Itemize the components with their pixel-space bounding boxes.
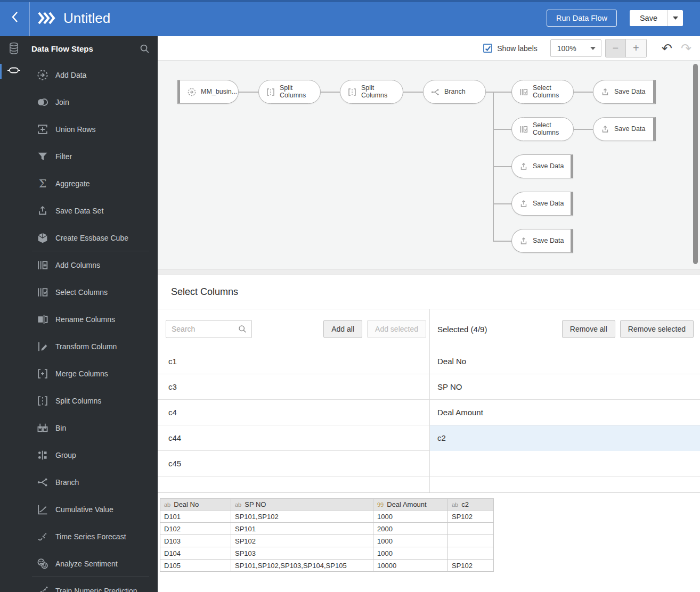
flow-node-label: Branch [444,88,466,96]
save-menu-button[interactable] [668,10,683,26]
sidebar-item-bin[interactable]: Bin [28,414,158,441]
available-column-item[interactable]: c4 [158,400,429,425]
flow-node-select-columns[interactable]: Select Columns [511,117,574,141]
flow-node-label: Select Columns [533,122,563,136]
add-selected-button[interactable]: Add selected [367,320,426,338]
select-columns-icon [36,285,50,299]
sidebar-item-label: Add Columns [55,261,100,269]
sidebar-item-label: Union Rows [55,125,95,134]
flow-node-branch[interactable]: Branch [423,80,486,104]
flow-canvas[interactable]: MM_busin...Split ColumnsSplit ColumnsBra… [158,61,700,269]
sidebar-item-transform-column[interactable]: Transform Column [28,333,158,360]
flow-node-save-data[interactable]: Save Data [593,117,656,141]
preview-table-cell: SP101,SP102,SP103,SP104,SP105 [231,560,373,572]
data-flow-tab-selected[interactable] [0,63,28,80]
selected-column-item[interactable]: Deal No [430,349,700,374]
sidebar-item-create-essbase-cube[interactable]: Create Essbase Cube [28,224,158,251]
undo-icon[interactable]: ↶ [662,42,672,55]
flow-connector-line [486,92,511,93]
sidebar-item-split-columns[interactable]: Split Columns [28,387,158,414]
back-button[interactable] [0,0,30,36]
available-column-item[interactable]: c45 [158,451,429,476]
sidebar-item-train-numeric-prediction[interactable]: Train Numeric Prediction [28,577,158,592]
sidebar-item-analyze-sentiment[interactable]: Analyze Sentiment [28,550,158,577]
flow-node-save-data[interactable]: Save Data [511,192,573,216]
zoom-level-value: 100% [551,44,585,53]
zoom-level-select[interactable]: 100% [550,39,601,57]
available-column-item[interactable]: c44 [158,425,429,451]
sidebar-item-save-data-set[interactable]: Save Data Set [28,197,158,224]
flow-node-split-columns[interactable]: Split Columns [340,80,403,104]
run-data-flow-button[interactable]: Run Data Flow [547,10,617,27]
canvas-toolbar: Show labels 100% − + ↶ ↷ [158,36,700,61]
branch-icon [36,475,50,489]
sidebar-item-aggregate[interactable]: ΣAggregate [28,170,158,197]
preview-table-cell [448,523,494,535]
flow-connector-line [321,92,340,93]
sidebar-item-select-columns[interactable]: Select Columns [28,278,158,306]
flow-connector-line [493,166,511,167]
canvas-horizontal-scroll-track[interactable] [158,269,700,275]
sentiment-icon [36,557,50,571]
redo-icon[interactable]: ↷ [681,42,691,55]
sidebar-item-add-columns[interactable]: Add Columns [28,251,158,278]
available-column-item[interactable]: c3 [158,374,429,400]
remove-all-button[interactable]: Remove all [562,320,615,338]
preview-column-header: abc2 [448,499,494,511]
show-labels-checkbox[interactable]: Show labels [483,44,538,53]
flow-node-save-data[interactable]: Save Data [511,154,573,178]
sidebar-item-union-rows[interactable]: Union Rows [28,116,158,143]
canvas-vertical-scrollbar[interactable] [693,64,698,264]
sidebar-item-label: Analyze Sentiment [55,560,118,568]
search-icon [238,324,247,336]
flow-node-label: Split Columns [361,85,391,99]
flow-node-split-columns[interactable]: Split Columns [258,80,321,104]
add-all-button[interactable]: Add all [323,320,362,338]
sidebar-item-label: Time Series Forecast [55,532,126,541]
cumulative-value-icon [36,503,50,516]
numeric-type-icon: 99 [377,501,384,508]
sidebar-item-label: Bin [55,424,66,432]
page-title: Untitled [63,10,110,27]
selected-column-item[interactable]: SP NO [430,374,700,400]
sidebar-item-rename-columns[interactable]: Rename Columns [28,306,158,333]
sidebar-item-add-data[interactable]: Add Data [28,61,158,88]
flow-node-select-columns[interactable]: Select Columns [511,80,574,104]
step-editor-panel: Select Columns Add all Add selected [158,275,700,572]
sidebar-item-filter[interactable]: Filter [28,143,158,170]
remove-selected-button[interactable]: Remove selected [620,320,694,338]
selected-column-item[interactable]: c2 [430,425,700,451]
flow-node-label: Save Data [533,237,564,245]
preview-table-cell [448,535,494,547]
data-flow-editor: Untitled Run Data Flow Save Data Flow St… [0,0,700,592]
main-area: Show labels 100% − + ↶ ↷ MM_busin...Spli… [158,36,700,592]
sidebar-item-group[interactable]: Group [28,441,158,468]
flow-connector-line [574,129,593,130]
svg-text:Σ: Σ [39,177,47,190]
selected-count-label: Selected (4/9) [437,325,487,334]
flow-node-save-data[interactable]: Save Data [593,80,656,104]
sidebar-item-time-series-forecast[interactable]: Time Series Forecast [28,523,158,550]
flow-node-save-data[interactable]: Save Data [511,229,573,253]
rename-columns-icon [36,313,50,326]
zoom-in-button[interactable]: + [626,39,646,57]
flow-node-mm-busin[interactable]: MM_busin... [177,80,239,104]
sidebar-item-cumulative-value[interactable]: Cumulative Value [28,496,158,523]
time-series-icon [36,530,50,544]
save-button[interactable]: Save [630,10,668,26]
search-icon[interactable] [139,43,150,54]
sidebar-item-merge-columns[interactable]: Merge Columns [28,360,158,387]
zoom-out-button[interactable]: − [606,39,626,57]
selected-column-item[interactable]: Deal Amount [430,400,700,425]
sidebar-item-label: Branch [55,478,79,487]
app-header: Untitled Run Data Flow Save [0,0,700,36]
flow-connector-line [493,92,494,241]
preview-table-cell: 1000 [373,535,448,547]
data-sources-tab[interactable] [0,42,28,57]
flow-connector-line [574,92,593,93]
split-columns-icon [36,394,50,408]
available-column-item[interactable]: c1 [158,349,429,374]
sidebar-item-branch[interactable]: Branch [28,468,158,496]
save-data-icon [518,161,529,172]
sidebar-item-join[interactable]: Join [28,88,158,116]
